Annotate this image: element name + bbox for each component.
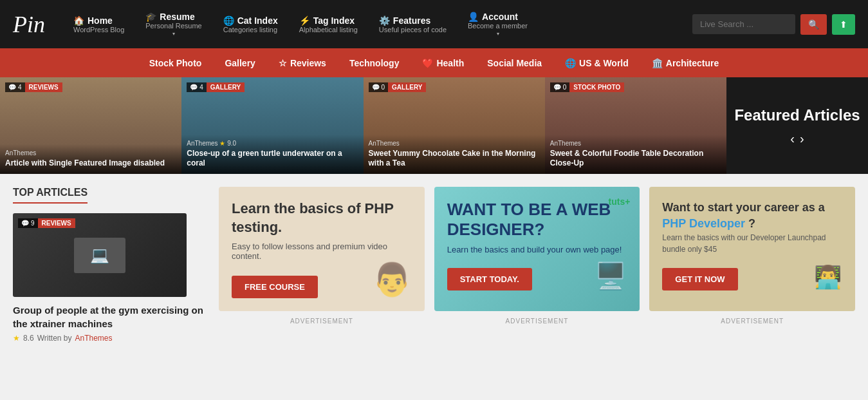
- badge-label-2: GALLERY: [207, 82, 245, 92]
- featured-label-title: Featured Articles: [734, 105, 860, 125]
- chat-icon-1: 💬: [8, 84, 16, 91]
- ad-3-desc: Learn the basics with our Developer Laun…: [662, 232, 842, 255]
- article-written-by-1: Written by: [37, 334, 72, 343]
- ad-3-label: ADVERTISEMENT: [649, 318, 855, 325]
- featured-badge-3: 💬 0 GALLERY: [369, 82, 427, 92]
- featured-info-3: AnThemes Sweet Yummy Chocolate Cake in t…: [364, 135, 545, 174]
- nav-item-cat-sub: Categories listing: [223, 26, 277, 33]
- ad-2-content: tuts+ WANT TO BE A WEB DESIGNER? Learn t…: [447, 200, 627, 291]
- nav-us-world[interactable]: 🌐 US & World: [553, 48, 640, 77]
- nav-stock-photo[interactable]: Stock Photo: [138, 48, 214, 77]
- ad-3-button[interactable]: GET IT NOW: [662, 268, 737, 290]
- nav-item-account-label: 👤 Account: [468, 12, 518, 22]
- ad-1-label: ADVERTISEMENT: [219, 318, 425, 325]
- featured-author-2: AnThemes ★ 9.0: [187, 140, 358, 147]
- tuts-logo: tuts+: [609, 196, 631, 207]
- featured-item-1[interactable]: 💬 4 REVIEWS AnThemes Article with Single…: [0, 77, 181, 174]
- featured-item-3[interactable]: 💬 0 GALLERY AnThemes Sweet Yummy Chocola…: [364, 77, 545, 174]
- architecture-label: Architecture: [666, 58, 719, 68]
- badge-count-3: 💬 0: [369, 82, 389, 92]
- upload-button[interactable]: ⬆: [832, 14, 855, 35]
- search-container: 🔍 ⬆: [692, 14, 855, 35]
- article-badge-count-1: 💬 9: [18, 218, 38, 228]
- home-icon: 🏠: [73, 15, 84, 26]
- featured-title-1: Article with Single Featured Image disab…: [5, 158, 176, 169]
- nav-item-features-sub: Useful pieces of code: [379, 26, 447, 33]
- php-highlight: PHP Developer: [662, 217, 745, 230]
- featured-next-button[interactable]: ›: [800, 131, 804, 146]
- badge-label-1: REVIEWS: [25, 82, 62, 92]
- nav-item-tag-label: ⚡ Tag Index: [299, 15, 355, 26]
- site-logo[interactable]: Pin: [13, 11, 45, 38]
- gallery-label: Gallery: [225, 58, 255, 68]
- search-input[interactable]: [692, 14, 795, 34]
- nav-item-cat-index[interactable]: 🌐 Cat Index Categories listing: [214, 10, 287, 39]
- nav-item-home-label: 🏠 Home: [73, 15, 113, 26]
- left-column: TOP ARTICLES 💻 💬 9 REVIEWS Group of peop…: [13, 187, 206, 343]
- article-rating-star-1: ★: [13, 334, 20, 343]
- rating-value-2: 9.0: [227, 140, 236, 147]
- nav-architecture[interactable]: 🏛️ Architecture: [640, 48, 730, 77]
- nav-item-account-sub: Become a member: [468, 22, 528, 30]
- stock-photo-label: Stock Photo: [149, 58, 202, 68]
- ad-card-2: tuts+ WANT TO BE A WEB DESIGNER? Learn t…: [434, 187, 640, 311]
- tag-index-icon: ⚡: [299, 15, 310, 26]
- top-articles-heading: TOP ARTICLES: [13, 187, 88, 204]
- nav-reviews[interactable]: ☆ Reviews: [267, 48, 338, 77]
- ad-1-content: Learn the basics of PHP testing. Easy to…: [232, 200, 412, 298]
- social-media-label: Social Media: [487, 58, 542, 68]
- nav-item-account[interactable]: 👤 Account Become a member ▾: [459, 6, 537, 42]
- nav-gallery[interactable]: Gallery: [213, 48, 266, 77]
- badge-label-3: GALLERY: [388, 82, 426, 92]
- featured-item-4[interactable]: 💬 0 STOCK PHOTO AnThemes Sweet & Colorfu…: [545, 77, 726, 174]
- account-arrow-icon: ▾: [468, 31, 528, 37]
- ad-2-button[interactable]: START TODAY.: [447, 268, 532, 290]
- nav-item-home-sub: WordPress Blog: [73, 26, 124, 33]
- category-navigation: Stock Photo Gallery ☆ Reviews Technology…: [0, 48, 868, 77]
- article-card-1[interactable]: 💻 💬 9 REVIEWS Group of people at the gym…: [13, 213, 206, 343]
- nav-item-resume-label: 🎓 Resume: [145, 12, 194, 22]
- nav-technology[interactable]: Technology: [338, 48, 411, 77]
- article-chat-icon-1: 💬: [21, 220, 29, 227]
- search-button[interactable]: 🔍: [800, 14, 827, 35]
- nav-item-home[interactable]: 🏠 Home WordPress Blog: [64, 10, 133, 39]
- nav-item-features[interactable]: ⚙️ Features Useful pieces of code: [370, 10, 456, 39]
- ad-card-3: Want to start your career as a PHP Devel…: [649, 187, 855, 311]
- article-meta-1: ★ 8.6 Written by AnThemes: [13, 334, 206, 343]
- resume-icon: 🎓: [145, 12, 156, 22]
- article-rating-value-1: 8.6: [23, 334, 34, 343]
- ads-row: Learn the basics of PHP testing. Easy to…: [219, 187, 855, 325]
- featured-section: 💬 4 REVIEWS AnThemes Article with Single…: [0, 77, 868, 174]
- ad-1-button[interactable]: FREE COURSE: [232, 276, 318, 298]
- chat-icon-4: 💬: [553, 84, 561, 91]
- features-icon: ⚙️: [379, 15, 390, 26]
- chat-icon-2: 💬: [190, 84, 198, 91]
- nav-health[interactable]: ❤️ Health: [411, 48, 476, 77]
- ad-3-title: Want to start your career as a PHP Devel…: [662, 200, 842, 232]
- badge-count-1: 💬 4: [5, 82, 25, 92]
- nav-item-cat-label: 🌐 Cat Index: [223, 15, 278, 26]
- main-content: TOP ARTICLES 💻 💬 9 REVIEWS Group of peop…: [0, 174, 868, 356]
- featured-info-1: AnThemes Article with Single Featured Im…: [0, 144, 181, 174]
- nav-item-tag-sub: Alphabetical listing: [299, 26, 358, 33]
- nav-item-resume[interactable]: 🎓 Resume Personal Resume ▾: [136, 6, 210, 42]
- featured-info-2: AnThemes ★ 9.0 Close-up of a green turtl…: [181, 135, 363, 174]
- ad-2-subtitle: Learn the basics and build your own web …: [447, 245, 627, 254]
- article-title-1: Group of people at the gym exercising on…: [13, 303, 206, 330]
- nav-social-media[interactable]: Social Media: [476, 48, 553, 77]
- resume-arrow-icon: ▾: [145, 31, 201, 37]
- featured-prev-button[interactable]: ‹: [790, 131, 795, 146]
- article-author-link-1[interactable]: AnThemes: [75, 334, 112, 343]
- rating-star-2: ★: [219, 140, 225, 147]
- ad-card-1: Learn the basics of PHP testing. Easy to…: [219, 187, 425, 311]
- us-world-label: US & World: [579, 58, 629, 68]
- world-icon: 🌐: [565, 58, 576, 68]
- advertisements-area: Learn the basics of PHP testing. Easy to…: [206, 187, 855, 343]
- ad-2-title: WANT TO BE A WEB DESIGNER?: [447, 200, 627, 240]
- featured-title-3: Sweet Yummy Chocolate Cake in the Mornin…: [369, 149, 540, 169]
- featured-title-4: Sweet & Colorful Foodie Table Decoration…: [550, 149, 721, 169]
- chat-icon-3: 💬: [372, 84, 380, 91]
- ad-3-content: Want to start your career as a PHP Devel…: [662, 200, 842, 290]
- featured-item-2[interactable]: 💬 4 GALLERY AnThemes ★ 9.0 Close-up of a…: [181, 77, 363, 174]
- nav-item-tag-index[interactable]: ⚡ Tag Index Alphabetical listing: [290, 10, 367, 39]
